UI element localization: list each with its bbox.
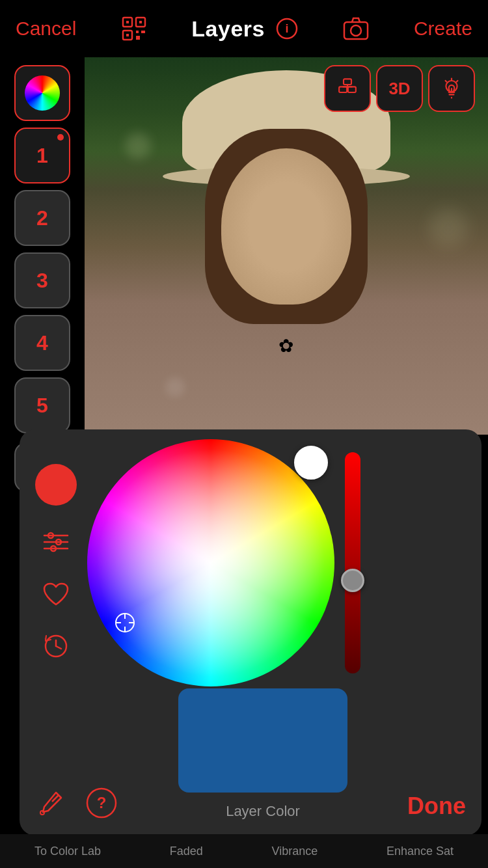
- brightness-slider-track[interactable]: [345, 452, 360, 673]
- flower: ✿: [278, 335, 293, 357]
- svg-rect-8: [136, 36, 140, 40]
- main-image: ✿: [85, 57, 488, 435]
- svg-rect-5: [126, 34, 129, 36]
- svg-rect-19: [348, 87, 356, 92]
- panel-bottom: ? Layer Color Done: [35, 681, 466, 820]
- slider-thumb[interactable]: [341, 569, 364, 592]
- color-preview-box[interactable]: [178, 688, 347, 793]
- svg-rect-7: [141, 31, 145, 33]
- layer-1-button[interactable]: 1: [14, 128, 70, 183]
- cancel-button[interactable]: Cancel: [16, 18, 76, 40]
- svg-rect-1: [126, 21, 129, 23]
- svg-rect-18: [339, 87, 347, 92]
- info-icon[interactable]: i: [275, 17, 299, 40]
- sliders-icon[interactable]: [40, 526, 72, 558]
- layer-4-button[interactable]: 4: [14, 315, 70, 371]
- nav-center: Layers i: [191, 16, 299, 42]
- filter-vibrance[interactable]: Vibrance: [267, 845, 323, 858]
- face: [221, 148, 351, 305]
- heart-icon[interactable]: [40, 578, 72, 610]
- navbar: Cancel Layers i: [0, 0, 488, 57]
- svg-line-25: [457, 81, 458, 82]
- svg-point-12: [351, 25, 361, 36]
- current-color-swatch[interactable]: [35, 464, 77, 506]
- help-icon[interactable]: ?: [85, 786, 118, 820]
- svg-rect-6: [136, 31, 139, 33]
- 3d-button[interactable]: 3D: [376, 65, 423, 112]
- crosshair-selector[interactable]: [113, 611, 137, 634]
- qr-icon[interactable]: [120, 14, 148, 43]
- panel-middle: [35, 450, 466, 675]
- svg-text:i: i: [285, 22, 288, 35]
- color-wheel-picker[interactable]: [87, 439, 334, 686]
- svg-point-41: [40, 811, 44, 815]
- svg-rect-17: [344, 79, 351, 85]
- color-wheel-button[interactable]: [14, 65, 70, 121]
- color-picker-panel: ? Layer Color Done: [20, 429, 481, 835]
- create-button[interactable]: Create: [414, 18, 472, 40]
- camera-icon[interactable]: [342, 14, 370, 43]
- svg-line-26: [446, 81, 447, 82]
- photo-overlay: ✿: [85, 57, 488, 435]
- layer-active-dot: [57, 134, 64, 141]
- bulb-button[interactable]: [428, 65, 475, 112]
- filter-enhance-sat[interactable]: Enhance Sat: [381, 845, 459, 858]
- color-wheel-icon: [25, 75, 60, 111]
- panel-bottom-icons: ?: [35, 786, 118, 820]
- layer-2-button[interactable]: 2: [14, 190, 70, 246]
- bottom-filter-bar: To Color Lab Faded Vibrance Enhance Sat: [0, 834, 488, 868]
- page-title: Layers: [191, 16, 265, 42]
- color-label: Layer Color: [226, 803, 300, 820]
- filter-faded[interactable]: Faded: [165, 845, 208, 858]
- layer-3-button[interactable]: 3: [14, 252, 70, 308]
- brightness-slider[interactable]: [345, 452, 360, 673]
- svg-text:?: ?: [97, 794, 107, 811]
- done-button[interactable]: Done: [407, 793, 466, 820]
- svg-rect-3: [139, 21, 142, 23]
- history-icon[interactable]: [40, 631, 72, 662]
- right-toolbar: 3D: [324, 65, 475, 112]
- color-preview-section: Layer Color: [178, 688, 347, 820]
- white-color-selector[interactable]: [294, 446, 328, 480]
- layers-structure-button[interactable]: [324, 65, 371, 112]
- color-wheel[interactable]: [87, 439, 334, 686]
- eyedropper-icon[interactable]: [35, 787, 66, 819]
- filter-color-lab[interactable]: To Color Lab: [29, 845, 106, 858]
- layer-5-button[interactable]: 5: [14, 377, 70, 433]
- panel-left-icons: [35, 451, 77, 675]
